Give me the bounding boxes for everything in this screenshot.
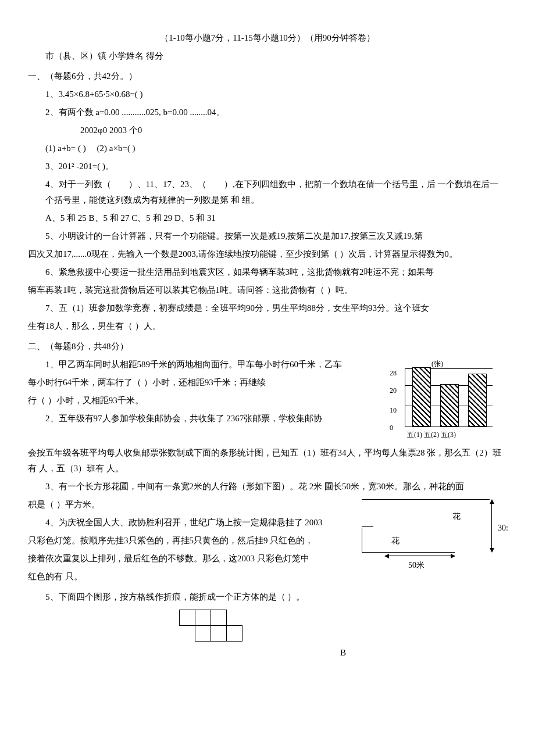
chart-plot-area <box>405 368 493 427</box>
q1-2c: (1) a+b= ( ) (2) a×b=( ) <box>28 141 507 156</box>
q1-1: 1、3.45×6.8+65·5×0.68=( ) <box>28 87 507 102</box>
flower-label-top: 花 <box>452 509 461 524</box>
bar-class3 <box>468 374 487 427</box>
section-1-title: 一、（每题6分，共42分。） <box>28 69 507 84</box>
q1-5a: 5、小明设计的一台计算器，只有一个功能键。按第一次是减19,按第二次是加17,按… <box>28 228 507 244</box>
chart-xlabels: 五(1) 五(2) 五(3) <box>407 429 456 442</box>
q1-7b: 生有18人，那么，男生有（ ）人。 <box>28 318 507 334</box>
q1-5b: 四次又加17,......0现在，先输入一个数是2003,请你连续地按功能键，至… <box>28 246 507 262</box>
section-2-title: 二、（每题8分，共48分） <box>28 339 507 354</box>
bar-class2 <box>440 384 459 427</box>
q1-6b: 辆车再装1吨，装完这批货物后还可以装其它物品1吨。请问答：这批货物有（ ）吨。 <box>28 282 507 298</box>
q2-5: 5、下面四个图形，按方格线作折痕，能折成一个正方体的是（ ）。 <box>28 589 507 605</box>
q1-4a: 4、对于一列数（ ）、11、17、23、（ ）,在下列四组数中，把前一个数填在倩… <box>28 177 507 208</box>
q2-3a: 3、有一个长方形花圃，中间有一条宽2米的人行路（形如下图）。花 2米 圃长50米… <box>28 479 507 495</box>
bar-class1 <box>412 367 431 427</box>
ytick-10: 10 <box>390 404 397 417</box>
q1-3: 3、201² -201=( )。 <box>28 159 507 174</box>
ytick-28: 28 <box>390 367 397 380</box>
q1-2c-1: (1) a+b= ( ) <box>45 144 86 153</box>
flower-dim-bottom: 50米 <box>408 558 425 572</box>
flower-figure: 花 花 30: 50米 <box>362 499 490 575</box>
flower-dim-right: 30: <box>498 521 508 535</box>
q1-2c-2: (2) a×b=( ) <box>97 144 135 153</box>
q1-4b: A、5 和 25 B、5 和 27 C、5 和 29 D、5 和 31 <box>28 210 507 226</box>
net-label-b: B <box>179 645 507 661</box>
flower-label-bottom: 花 <box>391 533 400 548</box>
cube-net-figure: B <box>179 610 507 661</box>
q1-2a: 2、有两个数 a=0.00 ...........025, b=0.00 ...… <box>28 105 507 120</box>
q2-2b: 会按五年级各班平均每人收集邮票张数制成下面的条形统计图，已知五（1）班有34人，… <box>28 445 507 476</box>
q1-2b: 2002φ0 2003 个0 <box>28 123 507 138</box>
ytick-0: 0 <box>390 422 393 435</box>
q1-6a: 6、紧急救援中心要运一批生活用品到地震灾区，如果每辆车装3吨，这批货物就有2吨运… <box>28 264 507 280</box>
ytick-20: 20 <box>390 385 397 397</box>
bar-chart-figure: (张) 28 20 10 0 五(1) 五(2) 五(3) <box>402 359 507 440</box>
q1-7a: 7、五（1）班参加数学竞赛，初赛成绩是：全班平均90分，男生平均88分，女生平均… <box>28 300 507 316</box>
info-line: 市（县、区）镇 小学姓名 得分 <box>28 48 507 64</box>
exam-subtitle: （1-10每小题7分，11-15每小题10分）（用90分钟答卷） <box>28 30 507 46</box>
